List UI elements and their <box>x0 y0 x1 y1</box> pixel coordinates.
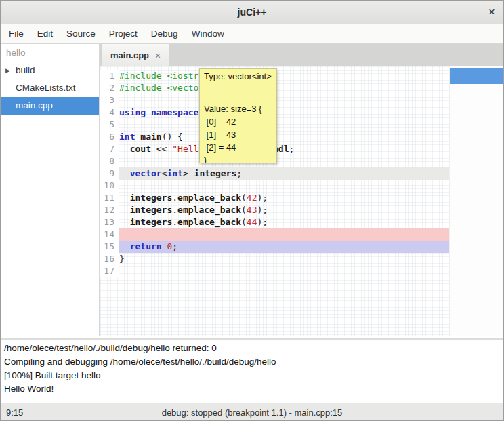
code-line-11[interactable]: 11 integers.emplace_back(42); <box>100 192 449 204</box>
line-number[interactable]: 8 <box>100 155 119 167</box>
code-token: ( <box>241 205 247 215</box>
line-number[interactable]: 12 <box>100 204 119 216</box>
line-number[interactable]: 2 <box>100 82 119 94</box>
code-token: ); <box>257 193 268 203</box>
tooltip-value-line: Value: size=3 { <box>204 102 272 115</box>
line-number[interactable]: 13 <box>100 216 119 228</box>
code-token: << <box>151 144 172 154</box>
code-line-content: return 0; <box>119 241 449 253</box>
code-token: integers <box>194 168 237 178</box>
code-line-content <box>119 180 449 192</box>
tabbar: main.cpp× <box>100 44 503 66</box>
code-token: . <box>172 193 177 203</box>
code-token: #include <vector> <box>119 83 209 93</box>
tree-item-build[interactable]: ▶build <box>1 62 99 79</box>
expander-icon[interactable]: ▶ <box>5 62 10 79</box>
tree-item-label: main.cpp <box>16 100 53 111</box>
code-line-15[interactable]: 15 return 0; <box>100 241 449 253</box>
menu-debug[interactable]: Debug <box>144 24 185 43</box>
code-line-content: #include <iostream> <box>119 70 449 82</box>
code-token: emplace_back <box>177 205 241 215</box>
tooltip-value-line: [2] = 44 <box>204 141 272 154</box>
file-browser-panel: hello ▶buildCMakeLists.txtmain.cpp <box>1 44 99 336</box>
code-token: ( <box>241 217 247 227</box>
code-line-content: integers.emplace_back(43); <box>119 204 449 216</box>
debug-value-tooltip: Type: vector<int> Value: size=3 { [0] = … <box>199 68 277 163</box>
tooltip-value-line: } <box>204 154 272 163</box>
code-token: emplace_back <box>177 193 241 203</box>
menu-project[interactable]: Project <box>102 24 144 43</box>
tree-item-main.cpp[interactable]: main.cpp <box>1 97 99 115</box>
line-number[interactable]: 4 <box>100 106 119 119</box>
code-line-content <box>119 228 449 241</box>
line-number[interactable]: 5 <box>100 119 119 131</box>
code-line-content <box>119 265 449 277</box>
code-token: int <box>119 132 135 142</box>
code-line-16[interactable]: 16} <box>100 253 449 265</box>
code-token: vector <box>130 168 162 178</box>
titlebar: juCi++ × <box>1 1 503 24</box>
code-line-content: using namespace std; <box>119 106 449 119</box>
tab-close-icon[interactable]: × <box>155 50 161 61</box>
code-line-content: #include <vector> <box>119 82 449 94</box>
line-number[interactable]: 14 <box>100 228 119 241</box>
tree-item-label: CMakeLists.txt <box>16 83 76 93</box>
line-number[interactable]: 7 <box>100 143 119 155</box>
code-line-13[interactable]: 13 integers.emplace_back(44); <box>100 216 449 228</box>
code-line-content: vector<int> integers; <box>119 167 449 180</box>
code-line-content <box>119 119 449 131</box>
tab-main.cpp[interactable]: main.cpp× <box>102 44 169 66</box>
code-line-content: integers.emplace_back(42); <box>119 192 449 204</box>
code-token: () { <box>162 132 183 142</box>
code-line-content: } <box>119 253 449 265</box>
code-token: . <box>172 205 177 215</box>
line-number[interactable]: 15 <box>100 241 119 253</box>
tooltip-type-line: Type: vector<int> <box>204 71 272 82</box>
menu-edit[interactable]: Edit <box>30 24 60 43</box>
tooltip-value-line: [1] = 43 <box>204 128 272 141</box>
code-token: ); <box>257 217 268 227</box>
code-line-9[interactable]: 9 vector<int> integers; <box>100 167 449 180</box>
code-token: integers <box>130 193 173 203</box>
tree-item-label: build <box>16 65 35 75</box>
line-number[interactable]: 11 <box>100 192 119 204</box>
tree-item-CMakeLists.txt[interactable]: CMakeLists.txt <box>1 79 99 97</box>
terminal-line: [100%] Built target hello <box>4 369 500 382</box>
menu-source[interactable]: Source <box>60 24 102 43</box>
code-line-content <box>119 155 449 167</box>
code-token: cout <box>130 144 151 154</box>
code-line-10[interactable]: 10 <box>100 180 449 192</box>
menu-file[interactable]: File <box>2 24 30 43</box>
code-line-14[interactable]: 14 <box>100 228 449 241</box>
code-line-content: int main() { <box>119 131 449 143</box>
code-token <box>119 241 130 252</box>
code-token <box>119 193 130 203</box>
line-number[interactable]: 16 <box>100 253 119 265</box>
code-line-12[interactable]: 12 integers.emplace_back(43); <box>100 204 449 216</box>
tooltip-value-block: Value: size=3 { [0] = 42 [1] = 43 [2] = … <box>204 102 272 163</box>
line-number[interactable]: 10 <box>100 180 119 192</box>
code-token: ( <box>241 193 247 203</box>
code-line-content: cout << "Hello World!" << endl; <box>119 143 449 155</box>
code-token: ; <box>289 144 294 154</box>
code-token: integers <box>130 205 173 215</box>
code-token: return <box>130 241 162 252</box>
code-token: . <box>172 217 177 227</box>
code-line-17[interactable]: 17 <box>100 265 449 277</box>
code-token: ); <box>257 205 268 215</box>
menu-window[interactable]: Window <box>185 24 231 43</box>
code-token: main <box>140 132 161 142</box>
code-token: ; <box>236 168 242 178</box>
window-close-icon[interactable]: × <box>488 1 495 24</box>
line-number[interactable]: 9 <box>100 167 119 180</box>
code-token <box>119 168 130 178</box>
line-number[interactable]: 3 <box>100 94 119 106</box>
debug-status: debug: stopped (breakpoint 1.1) - main.c… <box>1 403 503 421</box>
line-number[interactable]: 6 <box>100 131 119 143</box>
scrollbar-track[interactable] <box>449 66 503 336</box>
line-number[interactable]: 1 <box>100 70 119 82</box>
terminal-output[interactable]: /home/olece/test/hello/./build/debug/hel… <box>1 340 503 403</box>
scrollbar-thumb[interactable] <box>450 68 503 84</box>
code-token: integers <box>130 217 173 227</box>
line-number[interactable]: 17 <box>100 265 119 277</box>
